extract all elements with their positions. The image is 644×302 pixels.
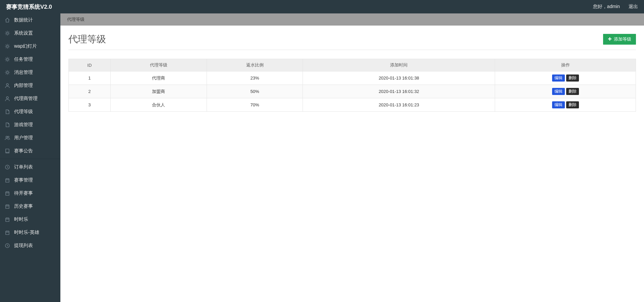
cell-rate: 50% xyxy=(207,85,303,98)
sidebar-item-历史赛事[interactable]: 历史赛事 xyxy=(0,200,60,213)
edit-button[interactable]: 编辑 xyxy=(552,74,565,82)
sidebar-item-label: 赛事公告 xyxy=(14,148,33,154)
content: 代理等级 代理等级 添加等级 ID代理等级返水比例添加时间操作 1代理商23%2… xyxy=(60,13,644,302)
sidebar-item-label: 提现列表 xyxy=(14,243,33,249)
sidebar-item-游戏管理[interactable]: 游戏管理 xyxy=(0,118,60,131)
table-header: 代理等级 xyxy=(110,59,207,71)
level-table: ID代理等级返水比例添加时间操作 1代理商23%2020-01-13 16:01… xyxy=(68,59,636,112)
sidebar-item-label: 用户管理 xyxy=(14,135,33,141)
topbar: 赛事竞猜系统V2.0 您好，admin 退出 xyxy=(0,0,644,13)
gear-icon xyxy=(5,70,10,75)
cell-actions: 编辑删除 xyxy=(495,85,636,98)
sidebar-item-内部管理[interactable]: 内部管理 xyxy=(0,79,60,92)
sidebar-item-代理等级[interactable]: 代理等级 xyxy=(0,105,60,118)
user-icon xyxy=(5,83,10,88)
delete-button[interactable]: 删除 xyxy=(566,74,579,82)
sidebar-item-label: 数据统计 xyxy=(14,17,33,23)
username: admin xyxy=(607,4,620,9)
table-row: 3合伙人70%2020-01-13 16:01:23编辑删除 xyxy=(69,98,636,112)
sidebar-item-label: 时时乐-英雄 xyxy=(14,230,39,236)
cal-icon xyxy=(5,191,10,196)
cell-time: 2020-01-13 16:01:38 xyxy=(303,71,495,85)
sidebar-item-label: 历史赛事 xyxy=(14,203,33,209)
breadcrumb: 代理等级 xyxy=(60,13,644,26)
sidebar-separator xyxy=(0,159,60,159)
sidebar-item-数据统计[interactable]: 数据统计 xyxy=(0,13,60,27)
cal-icon xyxy=(5,217,10,222)
sidebar: 数据统计系统设置wap幻灯片任务管理消息管理内部管理代理商管理代理等级游戏管理用… xyxy=(0,13,60,302)
sidebar-item-任务管理[interactable]: 任务管理 xyxy=(0,53,60,66)
cell-time: 2020-01-13 16:01:32 xyxy=(303,85,495,98)
sidebar-item-label: 时时乐 xyxy=(14,216,28,222)
divider xyxy=(68,50,636,50)
table-row: 2加盟商50%2020-01-13 16:01:32编辑删除 xyxy=(69,85,636,98)
cal-icon xyxy=(5,204,10,209)
app-title: 赛事竞猜系统V2.0 xyxy=(6,3,52,11)
cell-id: 1 xyxy=(69,71,111,85)
sidebar-item-label: 代理等级 xyxy=(14,109,33,115)
sidebar-item-赛事公告[interactable]: 赛事公告 xyxy=(0,144,60,157)
sidebar-item-label: 待开赛事 xyxy=(14,190,33,196)
sidebar-item-待开赛事[interactable]: 待开赛事 xyxy=(0,187,60,200)
sidebar-item-订单列表[interactable]: 订单列表 xyxy=(0,160,60,173)
table-header: 操作 xyxy=(495,59,636,71)
breadcrumb-current: 代理等级 xyxy=(67,16,85,22)
cell-actions: 编辑删除 xyxy=(495,98,636,112)
cell-level: 合伙人 xyxy=(110,98,207,112)
delete-button[interactable]: 删除 xyxy=(566,101,579,108)
edit-button[interactable]: 编辑 xyxy=(552,88,565,95)
cal-icon xyxy=(5,230,10,235)
cell-level: 代理商 xyxy=(110,71,207,85)
clock-icon xyxy=(5,243,10,248)
cal-icon xyxy=(5,178,10,183)
doc-icon xyxy=(5,122,10,128)
cell-time: 2020-01-13 16:01:23 xyxy=(303,98,495,112)
sidebar-item-用户管理[interactable]: 用户管理 xyxy=(0,131,60,144)
sidebar-item-label: 消息管理 xyxy=(14,69,33,76)
table-header: 返水比例 xyxy=(207,59,303,71)
sidebar-item-label: 任务管理 xyxy=(14,56,33,62)
logout-link[interactable]: 退出 xyxy=(629,4,638,10)
user-icon xyxy=(5,96,10,101)
greeting: 您好，admin xyxy=(593,4,620,10)
gear-icon xyxy=(5,44,10,49)
sidebar-item-代理商管理[interactable]: 代理商管理 xyxy=(0,92,60,105)
page-title: 代理等级 xyxy=(68,33,106,46)
sidebar-item-label: 赛事管理 xyxy=(14,177,33,183)
sidebar-item-label: 代理商管理 xyxy=(14,96,38,102)
sidebar-item-wap幻灯片[interactable]: wap幻灯片 xyxy=(0,40,60,53)
sidebar-item-label: 订单列表 xyxy=(14,164,33,170)
clock-icon xyxy=(5,164,10,170)
edit-button[interactable]: 编辑 xyxy=(552,101,565,108)
users-icon xyxy=(5,135,10,141)
add-level-button[interactable]: 添加等级 xyxy=(603,34,636,45)
gear-icon xyxy=(5,31,10,36)
sidebar-item-时时乐-英雄[interactable]: 时时乐-英雄 xyxy=(0,226,60,239)
sidebar-item-label: wap幻灯片 xyxy=(14,43,37,49)
home-icon xyxy=(5,17,10,23)
plus-icon xyxy=(608,37,612,42)
cell-id: 2 xyxy=(69,85,111,98)
sidebar-item-label: 系统设置 xyxy=(14,30,33,36)
cell-id: 3 xyxy=(69,98,111,112)
cell-rate: 23% xyxy=(207,71,303,85)
sidebar-item-label: 游戏管理 xyxy=(14,122,33,128)
topbar-right: 您好，admin 退出 xyxy=(593,4,638,10)
delete-button[interactable]: 删除 xyxy=(566,88,579,95)
sidebar-item-赛事管理[interactable]: 赛事管理 xyxy=(0,173,60,187)
sidebar-item-系统设置[interactable]: 系统设置 xyxy=(0,27,60,40)
gear-icon xyxy=(5,57,10,62)
sidebar-item-label: 内部管理 xyxy=(14,83,33,89)
book-icon xyxy=(5,148,10,154)
doc-icon xyxy=(5,109,10,114)
cell-level: 加盟商 xyxy=(110,85,207,98)
table-header: 添加时间 xyxy=(303,59,495,71)
sidebar-item-消息管理[interactable]: 消息管理 xyxy=(0,66,60,79)
table-row: 1代理商23%2020-01-13 16:01:38编辑删除 xyxy=(69,71,636,85)
table-header: ID xyxy=(69,59,111,71)
cell-rate: 70% xyxy=(207,98,303,112)
cell-actions: 编辑删除 xyxy=(495,71,636,85)
sidebar-item-提现列表[interactable]: 提现列表 xyxy=(0,239,60,252)
sidebar-item-时时乐[interactable]: 时时乐 xyxy=(0,213,60,226)
